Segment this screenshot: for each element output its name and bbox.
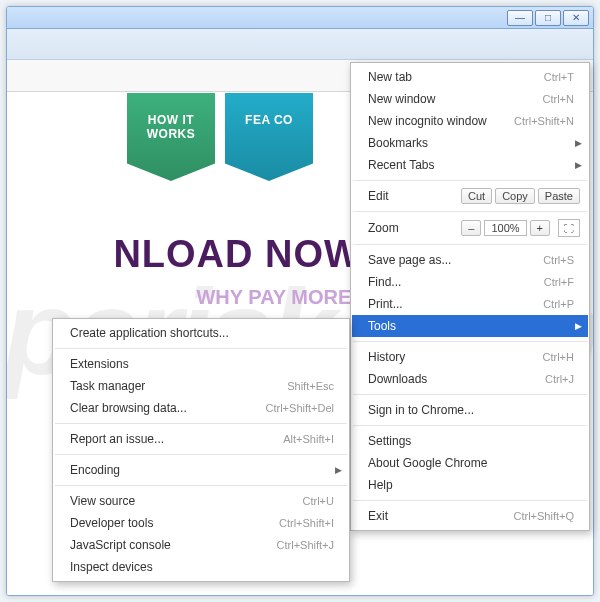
separator (353, 425, 587, 426)
tools-submenu: Create application shortcuts... Extensio… (52, 318, 350, 582)
chevron-right-icon: ▶ (575, 138, 582, 148)
menu-save-as[interactable]: Save page as... Ctrl+S (352, 249, 588, 271)
zoom-value: 100% (484, 220, 526, 236)
cut-button[interactable]: Cut (461, 188, 492, 204)
separator (353, 180, 587, 181)
tools-extensions[interactable]: Extensions (54, 353, 348, 375)
separator (55, 454, 347, 455)
zoom-in-button[interactable]: + (530, 220, 550, 236)
menu-new-window[interactable]: New window Ctrl+N (352, 88, 588, 110)
titlebar: — □ ✕ (7, 7, 593, 29)
chevron-right-icon: ▶ (575, 160, 582, 170)
maximize-button[interactable]: □ (535, 10, 561, 26)
tools-js-console[interactable]: JavaScript console Ctrl+Shift+J (54, 534, 348, 556)
tools-create-shortcuts[interactable]: Create application shortcuts... (54, 322, 348, 344)
ribbon-how-it-works[interactable]: HOW IT WORKS (127, 93, 215, 181)
tools-view-source[interactable]: View source Ctrl+U (54, 490, 348, 512)
paste-button[interactable]: Paste (538, 188, 580, 204)
tools-encoding[interactable]: Encoding ▶ (54, 459, 348, 481)
separator (353, 211, 587, 212)
menu-zoom-row: Zoom – 100% + ⛶ (352, 216, 588, 240)
tools-report-issue[interactable]: Report an issue... Alt+Shift+I (54, 428, 348, 450)
menu-history[interactable]: History Ctrl+H (352, 346, 588, 368)
main-menu: New tab Ctrl+T New window Ctrl+N New inc… (350, 62, 590, 531)
menu-print[interactable]: Print... Ctrl+P (352, 293, 588, 315)
copy-button[interactable]: Copy (495, 188, 535, 204)
tools-clear-data[interactable]: Clear browsing data... Ctrl+Shift+Del (54, 397, 348, 419)
tools-inspect-devices[interactable]: Inspect devices (54, 556, 348, 578)
menu-tools[interactable]: Tools ▶ (352, 315, 588, 337)
separator (55, 348, 347, 349)
menu-bookmarks[interactable]: Bookmarks ▶ (352, 132, 588, 154)
menu-about[interactable]: About Google Chrome (352, 452, 588, 474)
menu-new-tab[interactable]: New tab Ctrl+T (352, 66, 588, 88)
menu-find[interactable]: Find... Ctrl+F (352, 271, 588, 293)
separator (55, 485, 347, 486)
separator (353, 394, 587, 395)
zoom-out-button[interactable]: – (461, 220, 481, 236)
close-button[interactable]: ✕ (563, 10, 589, 26)
minimize-button[interactable]: — (507, 10, 533, 26)
separator (353, 341, 587, 342)
tools-dev-tools[interactable]: Developer tools Ctrl+Shift+I (54, 512, 348, 534)
menu-downloads[interactable]: Downloads Ctrl+J (352, 368, 588, 390)
menu-recent-tabs[interactable]: Recent Tabs ▶ (352, 154, 588, 176)
tabstrip[interactable] (7, 29, 593, 60)
chevron-right-icon: ▶ (335, 465, 342, 475)
tools-task-manager[interactable]: Task manager Shift+Esc (54, 375, 348, 397)
fullscreen-button[interactable]: ⛶ (558, 219, 580, 237)
menu-edit-row: Edit Cut Copy Paste (352, 185, 588, 207)
menu-new-incognito[interactable]: New incognito window Ctrl+Shift+N (352, 110, 588, 132)
ribbon-features[interactable]: FEA CO (225, 93, 313, 181)
menu-sign-in[interactable]: Sign in to Chrome... (352, 399, 588, 421)
separator (55, 423, 347, 424)
separator (353, 500, 587, 501)
separator (353, 244, 587, 245)
menu-help[interactable]: Help (352, 474, 588, 496)
menu-exit[interactable]: Exit Ctrl+Shift+Q (352, 505, 588, 527)
menu-settings[interactable]: Settings (352, 430, 588, 452)
chevron-right-icon: ▶ (575, 321, 582, 331)
